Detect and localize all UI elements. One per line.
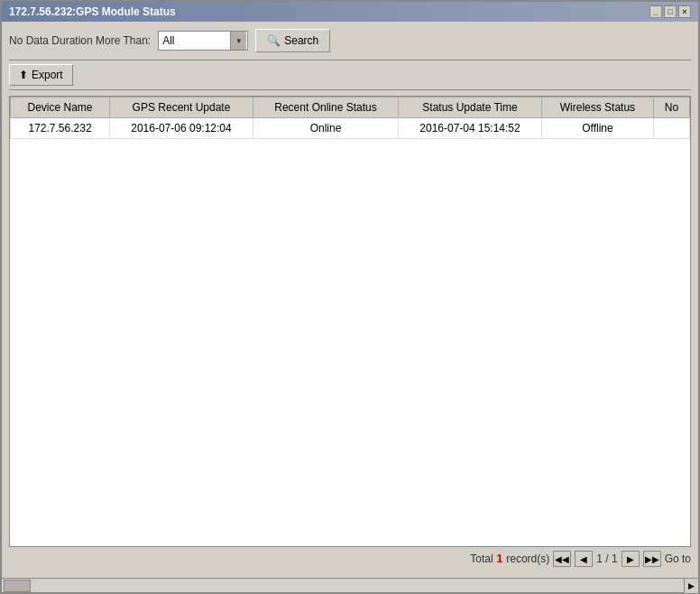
first-page-button[interactable]: ◀◀ xyxy=(553,551,571,567)
horizontal-scrollbar[interactable]: ▶ xyxy=(2,578,698,592)
last-page-button[interactable]: ▶▶ xyxy=(643,551,661,567)
export-label: Export xyxy=(32,69,63,81)
cell-recent-online-status: Online xyxy=(253,118,398,139)
filter-select-wrapper: All 1 Hour 2 Hours 6 Hours 12 Hours 24 H… xyxy=(158,31,248,51)
scrollbar-right-arrow[interactable]: ▶ xyxy=(684,579,698,593)
col-status-update-time: Status Update Time xyxy=(399,97,542,118)
cell-device-name: 172.7.56.232 xyxy=(11,118,110,139)
col-no: No xyxy=(653,97,689,118)
table-header-row: Device Name GPS Recent Update Recent Onl… xyxy=(11,97,690,118)
record-label: record(s) xyxy=(506,552,549,565)
action-row: ⬆ Export xyxy=(9,60,691,90)
search-button[interactable]: 🔍 Search xyxy=(255,29,330,52)
scrollbar-thumb[interactable] xyxy=(4,580,31,592)
cell-status-update-time: 2016-07-04 15:14:52 xyxy=(399,118,542,139)
data-table-container[interactable]: Device Name GPS Recent Update Recent Onl… xyxy=(9,96,691,547)
maximize-button[interactable]: □ xyxy=(664,5,677,18)
window-title: 172.7.56.232:GPS Module Status xyxy=(9,5,176,18)
content-area: No Data Duration More Than: All 1 Hour 2… xyxy=(2,22,698,578)
total-count: 1 xyxy=(497,552,503,565)
data-table: Device Name GPS Recent Update Recent Onl… xyxy=(10,97,690,139)
page-info: 1 / 1 xyxy=(596,552,617,565)
export-icon: ⬆ xyxy=(19,69,28,81)
search-label: Search xyxy=(284,34,318,47)
col-wireless-status: Wireless Status xyxy=(541,97,653,118)
minimize-button[interactable]: _ xyxy=(649,5,662,18)
title-bar-buttons: _ □ × xyxy=(649,5,691,18)
close-button[interactable]: × xyxy=(678,5,691,18)
main-window: 172.7.56.232:GPS Module Status _ □ × No … xyxy=(0,0,700,594)
table-row[interactable]: 172.7.56.2322016-07-06 09:12:04Online201… xyxy=(11,118,690,139)
col-device-name: Device Name xyxy=(11,97,110,118)
goto-label: Go to xyxy=(665,552,691,565)
cell-wireless-status: Offline xyxy=(541,118,653,139)
toolbar-row: No Data Duration More Than: All 1 Hour 2… xyxy=(9,29,691,52)
next-page-button[interactable]: ▶ xyxy=(622,551,640,567)
prev-page-button[interactable]: ◀ xyxy=(575,551,593,567)
title-bar: 172.7.56.232:GPS Module Status _ □ × xyxy=(2,2,698,22)
search-icon: 🔍 xyxy=(267,34,281,47)
cell-gps-recent-update: 2016-07-06 09:12:04 xyxy=(110,118,253,139)
filter-label: No Data Duration More Than: xyxy=(9,34,151,47)
pagination-row: Total 1 record(s) ◀◀ ◀ 1 / 1 ▶ ▶▶ Go to xyxy=(9,547,691,571)
col-gps-recent-update: GPS Recent Update xyxy=(110,97,253,118)
cell-no xyxy=(653,118,689,139)
total-label: Total xyxy=(470,552,493,565)
filter-select[interactable]: All 1 Hour 2 Hours 6 Hours 12 Hours 24 H… xyxy=(158,31,248,51)
export-button[interactable]: ⬆ Export xyxy=(9,64,73,86)
col-recent-online-status: Recent Online Status xyxy=(253,97,398,118)
